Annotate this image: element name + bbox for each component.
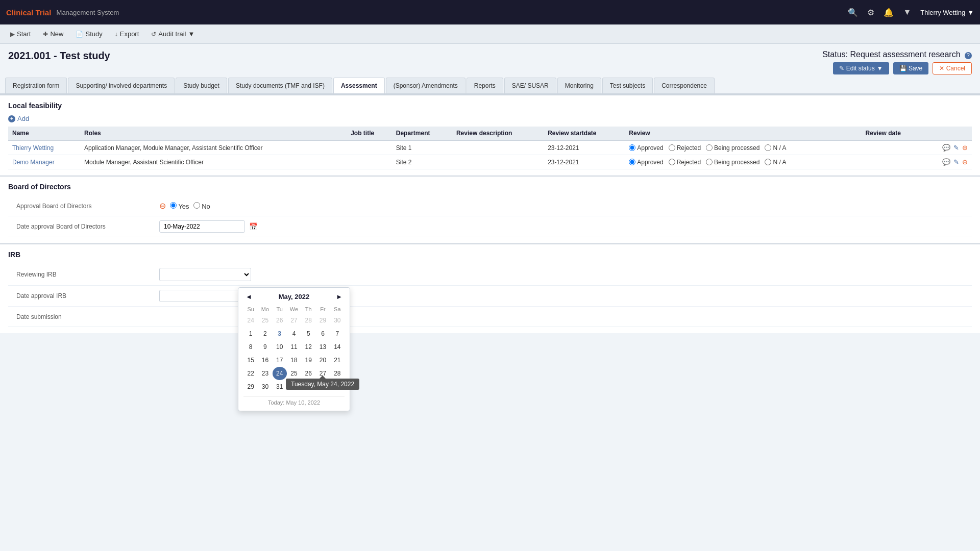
row2-edit-icon[interactable]: ✎ xyxy=(953,158,959,166)
row1-rejected-label[interactable]: Rejected xyxy=(669,144,701,152)
calendar-prev-button[interactable]: ◄ xyxy=(243,293,254,300)
feasibility-table: Name Roles Job title Department Review d… xyxy=(8,127,972,169)
row1-processed-label[interactable]: Being processed xyxy=(706,144,760,152)
status-label: Status: Request assessment research ? xyxy=(822,50,972,59)
row1-approved-radio[interactable] xyxy=(629,144,635,151)
col-review-date: Review date xyxy=(862,127,924,140)
cancel-button[interactable]: ✕ Cancel xyxy=(933,62,972,74)
calendar-popup: ◄ May, 2022 ► Su Mo Tu We Th Fr Sa 24252… xyxy=(238,287,350,333)
calendar-next-button[interactable]: ► xyxy=(334,293,345,300)
cal-cell[interactable]: 25 xyxy=(258,314,272,327)
edit-status-icon: ✎ xyxy=(839,65,844,72)
cal-cell[interactable]: 5 xyxy=(301,327,315,333)
row1-delete-icon[interactable]: ⊖ xyxy=(962,144,968,152)
navbar: Clinical Trial Management System 🔍 ⚙ 🔔 ▼… xyxy=(0,0,980,24)
row2-na-label[interactable]: N / A xyxy=(765,159,786,166)
user-dropdown-icon[interactable]: ▼ xyxy=(967,9,974,16)
row1-approved-label[interactable]: Approved xyxy=(629,144,663,152)
start-icon: ▶ xyxy=(10,31,15,38)
date-approval-label: Date approval Board of Directors xyxy=(16,223,159,230)
tab-documents[interactable]: Study documents (TMF and ISF) xyxy=(228,78,332,93)
search-icon[interactable]: 🔍 xyxy=(848,8,858,17)
start-button[interactable]: ▶ Start xyxy=(5,28,36,40)
tab-supporting[interactable]: Supporting/ involved departments xyxy=(68,78,175,93)
local-feasibility-section: Local feasibility + Add Name Roles Job t… xyxy=(0,94,980,176)
approval-yes-radio[interactable] xyxy=(170,202,177,209)
row1-edit-icon[interactable]: ✎ xyxy=(953,144,959,152)
row2-name[interactable]: Demo Manager xyxy=(12,159,55,166)
add-button[interactable]: + Add xyxy=(8,115,29,122)
cal-cell[interactable]: 2 xyxy=(258,327,272,333)
approval-no-label[interactable]: No xyxy=(193,202,210,210)
cal-cell[interactable]: 1 xyxy=(243,327,258,333)
cal-cell[interactable]: 4 xyxy=(287,327,301,333)
approval-value: ⊖ Yes No xyxy=(159,201,210,211)
row2-approved-label[interactable]: Approved xyxy=(629,159,663,166)
settings-icon[interactable]: ⚙ xyxy=(867,8,874,17)
new-button[interactable]: ✚ New xyxy=(38,28,68,40)
status-info-icon[interactable]: ? xyxy=(965,52,972,59)
cal-day-su: Su xyxy=(243,305,258,314)
bell-icon[interactable]: 🔔 xyxy=(884,8,894,17)
audit-trail-button[interactable]: ↺ Audit trail ▼ xyxy=(146,28,200,40)
approval-no-radio[interactable] xyxy=(193,202,200,209)
date-approval-input[interactable] xyxy=(159,220,245,233)
study-button[interactable]: 📄 Study xyxy=(70,28,107,40)
tab-assessment[interactable]: Assessment xyxy=(333,78,385,94)
date-approval-row: Date approval Board of Directors 📅 xyxy=(8,216,972,237)
row2-comment-icon[interactable]: 💬 xyxy=(942,158,950,166)
export-icon: ↓ xyxy=(115,31,118,38)
tab-test-subjects[interactable]: Test subjects xyxy=(602,78,653,93)
tab-registration[interactable]: Registration form xyxy=(5,78,67,93)
username: Thierry Wetting xyxy=(920,9,965,16)
date-approval-irb-input[interactable] xyxy=(159,290,245,302)
col-name: Name xyxy=(8,127,80,140)
edit-status-button[interactable]: ✎ Edit status ▼ xyxy=(833,62,889,74)
row1-na-label[interactable]: N / A xyxy=(765,144,786,152)
cal-day-sa: Sa xyxy=(330,305,345,314)
export-button[interactable]: ↓ Export xyxy=(110,28,144,40)
cal-cell[interactable]: 26 xyxy=(273,314,287,327)
row2-approved-radio[interactable] xyxy=(629,159,635,165)
col-actions xyxy=(924,127,972,140)
row1-na-radio[interactable] xyxy=(765,144,771,151)
reviewing-irb-label: Reviewing IRB xyxy=(16,271,159,278)
cal-cell[interactable]: 30 xyxy=(330,314,345,327)
audit-dropdown-icon: ▼ xyxy=(188,30,195,38)
row2-rejected-radio[interactable] xyxy=(669,159,675,165)
save-button[interactable]: 💾 Save xyxy=(893,62,929,74)
row1-rejected-radio[interactable] xyxy=(669,144,675,151)
row2-processed-label[interactable]: Being processed xyxy=(706,159,760,166)
cal-cell[interactable]: 29 xyxy=(315,314,330,327)
tab-reports[interactable]: Reports xyxy=(467,78,503,93)
row1-review-date xyxy=(862,140,924,155)
row2-rejected-label[interactable]: Rejected xyxy=(669,159,701,166)
date-approval-calendar-icon[interactable]: 📅 xyxy=(249,222,258,231)
audit-trail-icon: ↺ xyxy=(151,31,156,38)
cal-cell[interactable]: 6 xyxy=(315,327,330,333)
approval-yes-label[interactable]: Yes xyxy=(170,202,189,210)
cal-cell[interactable]: 28 xyxy=(301,314,315,327)
row2-na-radio[interactable] xyxy=(765,159,771,165)
reviewing-irb-select[interactable] xyxy=(159,268,251,281)
row1-processed-radio[interactable] xyxy=(706,144,713,151)
cal-cell[interactable]: 27 xyxy=(287,314,301,327)
tab-budget[interactable]: Study budget xyxy=(176,78,227,93)
row2-delete-icon[interactable]: ⊖ xyxy=(962,158,968,166)
tabs: Registration form Supporting/ involved d… xyxy=(0,78,980,94)
cal-cell[interactable]: 7 xyxy=(330,327,345,333)
cal-cell[interactable]: 24 xyxy=(243,314,258,327)
tab-correspondence[interactable]: Correspondence xyxy=(654,78,715,93)
page-title: 2021.001 - Test study xyxy=(8,50,110,62)
tab-sae[interactable]: SAE/ SUSAR xyxy=(504,78,556,93)
row1-name[interactable]: Thierry Wetting xyxy=(12,144,54,152)
bell-dropdown-icon[interactable]: ▼ xyxy=(903,8,911,17)
row2-processed-radio[interactable] xyxy=(706,159,713,165)
tab-monitoring[interactable]: Monitoring xyxy=(557,78,601,93)
cal-day-fr: Fr xyxy=(315,305,330,314)
user-menu[interactable]: Thierry Wetting ▼ xyxy=(920,9,974,16)
approval-minus-icon[interactable]: ⊖ xyxy=(159,201,166,211)
tab-amendments[interactable]: (Sponsor) Amendments xyxy=(386,78,465,93)
cal-cell[interactable]: 3 xyxy=(273,327,287,333)
row1-comment-icon[interactable]: 💬 xyxy=(942,144,950,152)
